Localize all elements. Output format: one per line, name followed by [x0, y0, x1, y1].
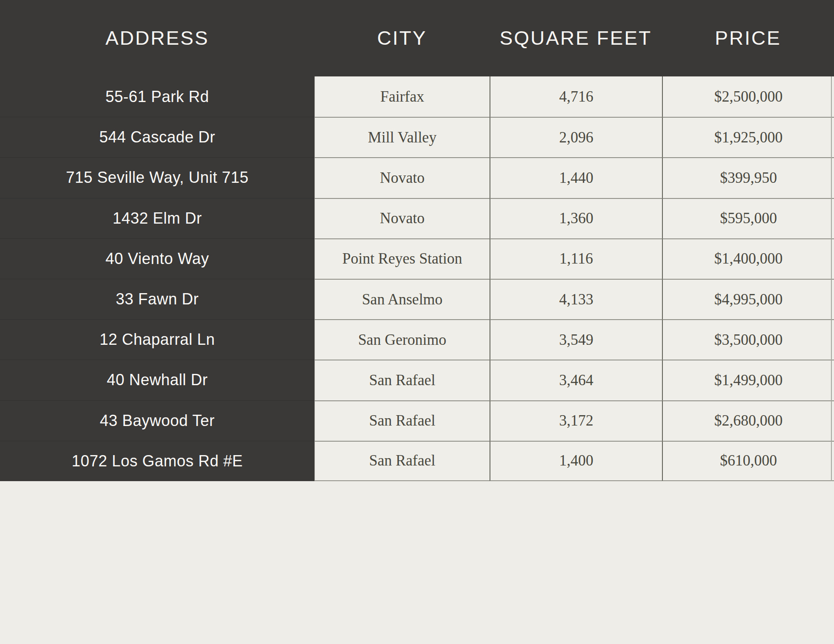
cell-address: 40 Viento Way — [0, 238, 314, 279]
cell-square-feet: 1,116 — [490, 238, 662, 279]
cell-address: 33 Fawn Dr — [0, 279, 314, 319]
cell-price: $610,000 — [662, 441, 834, 481]
cell-city: Point Reyes Station — [314, 238, 490, 279]
cell-address: 544 Cascade Dr — [0, 117, 314, 157]
cell-address: 1072 Los Gamos Rd #E — [0, 441, 314, 481]
cell-square-feet: 4,133 — [490, 279, 662, 319]
cell-price: $1,925,000 — [662, 117, 834, 157]
cell-city: San Geronimo — [314, 319, 490, 360]
cell-address: 43 Baywood Ter — [0, 400, 314, 441]
cell-address: 1432 Elm Dr — [0, 198, 314, 238]
cell-city: Novato — [314, 157, 490, 198]
column-header-price: PRICE — [662, 0, 834, 76]
cell-square-feet: 3,549 — [490, 319, 662, 360]
cell-address: 55-61 Park Rd — [0, 76, 314, 117]
cell-city: Fairfax — [314, 76, 490, 117]
table-right-border — [831, 76, 832, 481]
cell-city: San Rafael — [314, 360, 490, 400]
cell-address: 12 Chaparral Ln — [0, 319, 314, 360]
cell-price: $1,499,000 — [662, 360, 834, 400]
cell-square-feet: 3,172 — [490, 400, 662, 441]
cell-price: $4,995,000 — [662, 279, 834, 319]
cell-price: $2,680,000 — [662, 400, 834, 441]
cell-city: Novato — [314, 198, 490, 238]
cell-square-feet: 1,440 — [490, 157, 662, 198]
cell-square-feet: 1,400 — [490, 441, 662, 481]
cell-city: San Rafael — [314, 441, 490, 481]
cell-square-feet: 2,096 — [490, 117, 662, 157]
cell-square-feet: 4,716 — [490, 76, 662, 117]
cell-address: 715 Seville Way, Unit 715 — [0, 157, 314, 198]
cell-address: 40 Newhall Dr — [0, 360, 314, 400]
cell-city: San Anselmo — [314, 279, 490, 319]
cell-city: Mill Valley — [314, 117, 490, 157]
column-header-address: ADDRESS — [0, 0, 314, 76]
cell-price: $1,400,000 — [662, 238, 834, 279]
cell-price: $3,500,000 — [662, 319, 834, 360]
column-header-square-feet: SQUARE FEET — [490, 0, 662, 76]
cell-price: $595,000 — [662, 198, 834, 238]
cell-square-feet: 1,360 — [490, 198, 662, 238]
page: ADDRESS CITY SQUARE FEET PRICE 55-61 Par… — [0, 0, 834, 644]
cell-price: $2,500,000 — [662, 76, 834, 117]
column-header-city: CITY — [314, 0, 490, 76]
cell-square-feet: 3,464 — [490, 360, 662, 400]
cell-city: San Rafael — [314, 400, 490, 441]
listings-table: ADDRESS CITY SQUARE FEET PRICE 55-61 Par… — [0, 0, 834, 481]
cell-price: $399,950 — [662, 157, 834, 198]
